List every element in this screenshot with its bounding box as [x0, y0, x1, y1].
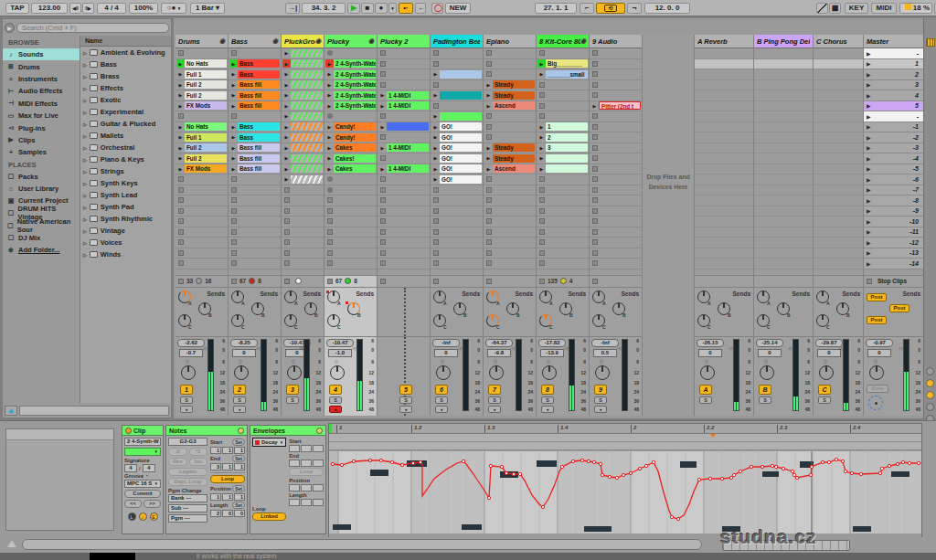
clip[interactable]: Full 2 [185, 143, 227, 152]
clip-slot[interactable] [484, 69, 536, 80]
clip-play-icon[interactable]: ▶ [378, 101, 387, 110]
folder-row[interactable]: ▷Brass [80, 70, 171, 82]
clip-slot[interactable]: ▶ [431, 90, 483, 101]
clip-slot[interactable] [282, 238, 324, 248]
clip-slot[interactable] [229, 238, 281, 248]
envelopes-box-toggle[interactable]: E [150, 512, 158, 521]
clip-slot[interactable] [590, 153, 642, 164]
tap-button[interactable]: TAP [5, 3, 29, 14]
clip-slot[interactable] [378, 48, 430, 59]
clip[interactable]: No Hats [185, 122, 227, 131]
return-slot[interactable] [754, 206, 813, 217]
clip[interactable]: 2 4-Synth-Water [334, 70, 376, 79]
clip-slot[interactable]: ▶Candy! [324, 122, 377, 133]
clip-slot[interactable]: ▶FX Mods [176, 164, 228, 175]
solo-cue-button[interactable]: Solo [867, 385, 888, 393]
clip-play-icon[interactable]: ▶ [325, 91, 334, 100]
punch-out-button[interactable]: ¬ [627, 3, 642, 14]
clip[interactable]: Candy! [334, 122, 376, 131]
clip[interactable]: GO! [440, 154, 482, 163]
group-slot[interactable]: ▶ [282, 122, 324, 133]
return-slot[interactable] [754, 227, 813, 238]
clip[interactable]: Bass fill [238, 164, 280, 173]
clip-slot[interactable] [431, 195, 483, 206]
disclosure-icon[interactable]: ▷ [83, 74, 87, 79]
clip[interactable]: Steady [493, 80, 535, 89]
disclosure-icon[interactable]: ▷ [83, 157, 87, 163]
clip-slot[interactable] [590, 238, 642, 248]
clip-play-icon[interactable]: ▶ [431, 112, 440, 121]
sidebar-item-clips[interactable]: ▶ Clips [3, 134, 80, 146]
notes-panel-icon[interactable] [238, 428, 244, 434]
return-slot[interactable] [754, 101, 813, 112]
folder-row[interactable]: ▷Winds [80, 248, 171, 260]
scene--12[interactable]: ▶-12 [864, 238, 923, 248]
group-slot[interactable]: ▶ [282, 111, 324, 122]
clip-slot[interactable]: ▶GO! [431, 143, 483, 154]
punch-in-button[interactable]: ⌐ [580, 3, 594, 14]
return-slot[interactable] [695, 122, 753, 133]
clip-slot[interactable]: ▶No Hats [176, 59, 228, 70]
folder-row[interactable]: ▷Strings [80, 165, 171, 177]
clip-slot[interactable] [537, 217, 589, 227]
clip-play-icon[interactable]: ▶ [176, 70, 185, 79]
scene-4[interactable]: ▶4 [864, 90, 923, 101]
clip-slot[interactable] [282, 259, 324, 269]
return-slot[interactable] [814, 195, 863, 206]
return-slot[interactable] [695, 153, 753, 164]
invert-button[interactable]: Inv [189, 458, 208, 466]
clip-slot[interactable] [537, 227, 589, 238]
clip-slot[interactable]: ▶Bass [229, 59, 281, 70]
return-slot[interactable] [814, 48, 863, 59]
clip[interactable]: 1 4-MIDI [387, 143, 429, 152]
notes-box-toggle[interactable]: ♪ [139, 512, 147, 521]
clip-slot[interactable] [378, 259, 430, 269]
clip[interactable] [440, 70, 482, 79]
clip-play-icon[interactable]: ▶ [229, 91, 238, 100]
clip-slot[interactable] [324, 206, 377, 217]
clip[interactable] [440, 112, 482, 121]
clip-slot[interactable] [537, 195, 589, 206]
volume-field[interactable]: -17.82 [538, 339, 566, 347]
clip-slot[interactable] [378, 206, 430, 217]
post-button-a[interactable]: Post [867, 293, 887, 301]
clip-play-icon[interactable]: ▶ [282, 175, 291, 184]
clip-slot[interactable] [484, 195, 536, 206]
clip-slot[interactable] [324, 227, 377, 238]
clip[interactable]: Steady [493, 154, 535, 163]
clip-slot[interactable]: ▶2 4-Synth-Water [324, 80, 377, 91]
capture-new-button[interactable]: NEW [445, 3, 471, 14]
clip[interactable]: Bass [238, 59, 280, 68]
sidebar-item-instruments[interactable]: ≈ Instruments [3, 73, 80, 85]
folder-row[interactable]: ▷Experimental [80, 106, 171, 118]
disclosure-icon[interactable]: ▷ [83, 110, 87, 115]
group-slot[interactable]: ▶ [282, 132, 324, 143]
folder-row[interactable]: ▷Voices [80, 237, 171, 248]
clip-slot[interactable] [590, 174, 642, 185]
clip-play-icon[interactable]: ▶ [176, 133, 185, 142]
track-stop-icon[interactable] [178, 279, 184, 284]
pan-field[interactable]: 0 [698, 349, 722, 357]
env-start-sixteenth[interactable] [313, 445, 324, 452]
scene--9[interactable]: ▶-9 [864, 206, 923, 217]
clip-slot[interactable] [431, 238, 483, 248]
clip-slot[interactable]: ▶ [378, 122, 430, 133]
disclosure-icon[interactable]: ▷ [83, 205, 87, 210]
disclosure-icon[interactable]: ▷ [83, 133, 87, 139]
pan-knob[interactable] [700, 365, 715, 380]
reenable-automation-button[interactable]: ← [415, 3, 426, 14]
clip[interactable]: FX Mods [185, 164, 227, 173]
clip-play-icon[interactable]: ▶ [378, 122, 387, 131]
clip-slot[interactable] [324, 195, 377, 206]
return-slot[interactable] [814, 174, 863, 185]
return-slot[interactable] [754, 217, 813, 227]
clip-slot[interactable]: ▶GO! [431, 164, 483, 175]
folder-row[interactable]: ▷Synth Pad [80, 201, 171, 213]
clip-slot[interactable] [484, 185, 536, 196]
clip-play-icon[interactable]: ▶ [229, 70, 238, 79]
folder-row[interactable]: ▷Guitar & Plucked [80, 118, 171, 130]
return-slot[interactable] [695, 227, 753, 238]
track-activator[interactable]: 4 [329, 385, 342, 395]
linked-button[interactable]: Linked [252, 512, 286, 521]
clip-slot[interactable] [378, 59, 430, 70]
